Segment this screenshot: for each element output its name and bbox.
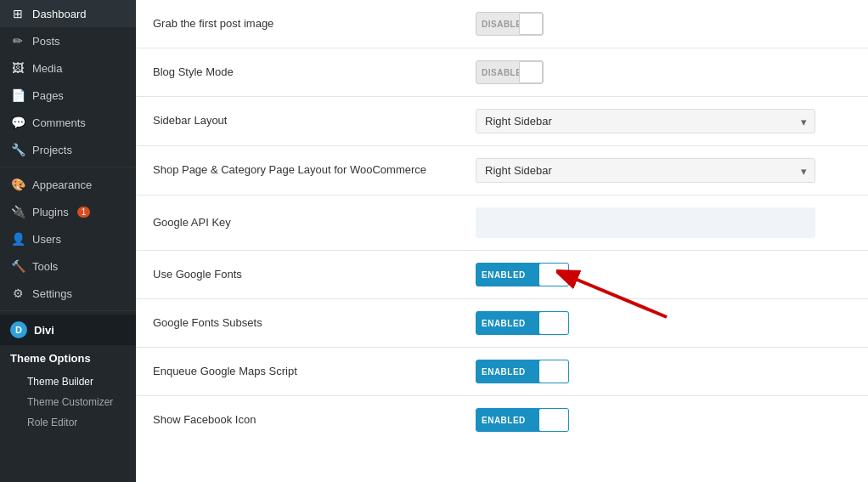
toggle-label-show-facebook-icon: ENABLED bbox=[476, 416, 526, 425]
sidebar-item-dashboard[interactable]: ⊞ Dashboard bbox=[0, 0, 136, 27]
sidebar-item-label: Settings bbox=[32, 287, 72, 300]
sidebar-divider bbox=[0, 167, 136, 167]
sidebar-sub-role-editor[interactable]: Role Editor bbox=[0, 412, 136, 433]
sidebar-item-label: Comments bbox=[32, 116, 86, 129]
toggle-enqueue-google-maps[interactable]: ENABLED bbox=[476, 360, 569, 383]
sidebar-item-label: Tools bbox=[32, 260, 58, 273]
settings-label-grab-post-image: Grab the first post image bbox=[153, 16, 476, 31]
settings-label-google-fonts-subsets: Google Fonts Subsets bbox=[153, 315, 476, 331]
sidebar-item-plugins[interactable]: 🔌 Plugins 1 bbox=[0, 198, 136, 225]
dropdown-shop-page-layout[interactable]: Right SidebarLeft SidebarNo Sidebar bbox=[476, 158, 815, 183]
sidebar-item-tools[interactable]: 🔨 Tools bbox=[0, 252, 136, 280]
settings-icon: ⚙ bbox=[10, 286, 25, 300]
tools-icon: 🔨 bbox=[10, 259, 25, 273]
sidebar-item-theme-options[interactable]: Theme Options bbox=[0, 345, 136, 371]
sidebar-item-comments[interactable]: 💬 Comments bbox=[0, 109, 136, 136]
toggle-label-use-google-fonts: ENABLED bbox=[476, 270, 526, 280]
sidebar-item-appearance[interactable]: 🎨 Appearance bbox=[0, 171, 136, 198]
projects-icon: 🔧 bbox=[10, 143, 25, 156]
settings-control-grab-post-image: DISABLED bbox=[476, 12, 851, 36]
settings-label-blog-style-mode: Blog Style Mode bbox=[153, 65, 476, 80]
sidebar-item-label: Pages bbox=[32, 89, 64, 102]
appearance-icon: 🎨 bbox=[10, 178, 25, 191]
sidebar-item-label: Projects bbox=[32, 144, 72, 156]
sidebar-item-label: Users bbox=[32, 233, 61, 246]
settings-label-use-google-fonts: Use Google Fonts bbox=[153, 267, 476, 282]
toggle-show-facebook-icon[interactable]: ENABLED bbox=[476, 408, 569, 432]
toggle-blog-style-mode[interactable]: DISABLED bbox=[476, 60, 544, 84]
toggle-label-enqueue-google-maps: ENABLED bbox=[476, 367, 526, 377]
settings-control-enqueue-google-maps: ENABLED bbox=[476, 360, 851, 383]
comments-icon: 💬 bbox=[10, 116, 25, 129]
toggle-grab-post-image[interactable]: DISABLED bbox=[476, 12, 544, 36]
sidebar-item-divi[interactable]: D Divi bbox=[0, 315, 136, 345]
settings-control-sidebar-layout: Right SidebarLeft SidebarNo Sidebar▾ bbox=[476, 109, 851, 133]
divi-label: Divi bbox=[34, 324, 54, 337]
sidebar-item-label: Plugins bbox=[32, 206, 69, 218]
theme-options-label: Theme Options bbox=[10, 352, 91, 365]
pages-icon: 📄 bbox=[10, 88, 25, 102]
sidebar-item-projects[interactable]: 🔧 Projects bbox=[0, 136, 136, 163]
toggle-knob-blog-style-mode bbox=[519, 61, 543, 83]
toggle-knob-show-facebook-icon bbox=[539, 409, 568, 431]
toggle-knob-enqueue-google-maps bbox=[539, 360, 568, 383]
settings-control-blog-style-mode: DISABLED bbox=[476, 60, 851, 84]
settings-container: Grab the first post imageDISABLEDBlog St… bbox=[136, 0, 868, 444]
dropdown-sidebar-layout[interactable]: Right SidebarLeft SidebarNo Sidebar bbox=[476, 109, 815, 133]
sidebar-sub-theme-builder[interactable]: Theme Builder bbox=[0, 371, 136, 392]
settings-label-show-facebook-icon: Show Facebook Icon bbox=[153, 412, 476, 428]
dashboard-icon: ⊞ bbox=[10, 7, 25, 20]
main-content: Grab the first post imageDISABLEDBlog St… bbox=[136, 0, 868, 482]
settings-label-enqueue-google-maps: Enqueue Google Maps Script bbox=[153, 364, 476, 379]
sidebar-item-posts[interactable]: ✏ Posts bbox=[0, 27, 136, 54]
settings-row-google-fonts-subsets: Google Fonts SubsetsENABLED bbox=[136, 299, 868, 348]
settings-label-google-api-key: Google API Key bbox=[153, 215, 476, 230]
sidebar-item-label: Posts bbox=[32, 35, 60, 48]
sidebar-item-label: Dashboard bbox=[32, 8, 87, 20]
sidebar-item-media[interactable]: 🖼 Media bbox=[0, 54, 136, 82]
settings-control-google-api-key bbox=[476, 207, 851, 238]
dropdown-wrapper-shop-page-layout: Right SidebarLeft SidebarNo Sidebar▾ bbox=[476, 158, 815, 183]
settings-row-enqueue-google-maps: Enqueue Google Maps ScriptENABLED bbox=[136, 348, 868, 396]
sidebar-divider-2 bbox=[0, 310, 136, 311]
settings-row-sidebar-layout: Sidebar LayoutRight SidebarLeft SidebarN… bbox=[136, 97, 868, 146]
sidebar-item-label: Appearance bbox=[32, 179, 92, 191]
toggle-knob-use-google-fonts bbox=[539, 264, 568, 286]
toggle-knob-google-fonts-subsets bbox=[539, 312, 568, 334]
toggle-label-google-fonts-subsets: ENABLED bbox=[476, 319, 526, 328]
sidebar-item-pages[interactable]: 📄 Pages bbox=[0, 82, 136, 109]
plugins-icon: 🔌 bbox=[10, 205, 25, 218]
dropdown-wrapper-sidebar-layout: Right SidebarLeft SidebarNo Sidebar▾ bbox=[476, 109, 815, 133]
settings-label-sidebar-layout: Sidebar Layout bbox=[153, 113, 476, 128]
settings-row-show-facebook-icon: Show Facebook IconENABLED bbox=[136, 396, 868, 444]
media-icon: 🖼 bbox=[10, 61, 25, 75]
settings-control-google-fonts-subsets: ENABLED bbox=[476, 311, 851, 335]
settings-row-grab-post-image: Grab the first post imageDISABLED bbox=[136, 0, 868, 48]
settings-row-use-google-fonts: Use Google FontsENABLED bbox=[136, 251, 868, 299]
settings-row-blog-style-mode: Blog Style ModeDISABLED bbox=[136, 48, 868, 97]
settings-control-shop-page-layout: Right SidebarLeft SidebarNo Sidebar▾ bbox=[476, 158, 851, 183]
toggle-use-google-fonts[interactable]: ENABLED bbox=[476, 263, 569, 286]
settings-label-shop-page-layout: Shop Page & Category Page Layout for Woo… bbox=[153, 162, 476, 178]
sidebar-item-settings[interactable]: ⚙ Settings bbox=[0, 280, 136, 307]
plugins-badge: 1 bbox=[77, 207, 91, 218]
divi-icon: D bbox=[10, 321, 27, 338]
toggle-knob-grab-post-image bbox=[519, 13, 543, 35]
settings-row-shop-page-layout: Shop Page & Category Page Layout for Woo… bbox=[136, 146, 868, 196]
settings-row-google-api-key: Google API Key bbox=[136, 196, 868, 251]
sidebar-item-label: Media bbox=[32, 62, 62, 75]
toggle-google-fonts-subsets[interactable]: ENABLED bbox=[476, 311, 569, 335]
sidebar: ⊞ Dashboard ✏ Posts 🖼 Media 📄 Pages 💬 Co… bbox=[0, 0, 136, 482]
sidebar-item-users[interactable]: 👤 Users bbox=[0, 225, 136, 252]
users-icon: 👤 bbox=[10, 232, 25, 246]
posts-icon: ✏ bbox=[10, 34, 25, 48]
sidebar-sub-theme-customizer[interactable]: Theme Customizer bbox=[0, 392, 136, 412]
settings-control-show-facebook-icon: ENABLED bbox=[476, 408, 851, 432]
settings-control-use-google-fonts: ENABLED bbox=[476, 263, 851, 286]
text-input-google-api-key[interactable] bbox=[476, 207, 815, 238]
